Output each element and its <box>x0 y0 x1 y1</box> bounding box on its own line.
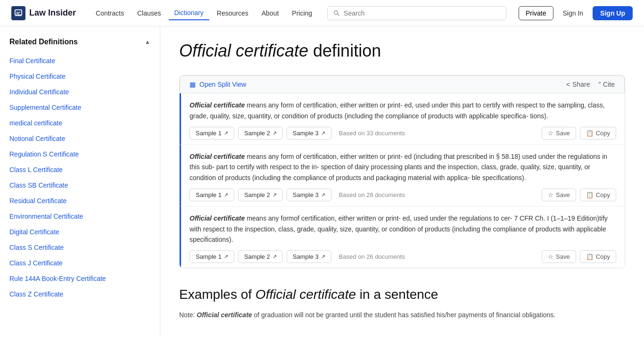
logo-icon <box>11 6 25 20</box>
definition-block-2: Official certificate means any form of c… <box>180 144 625 206</box>
sidebar-link-15[interactable]: Class Z Certificate <box>9 287 150 302</box>
definition-block-3: Official certificate means any formof ce… <box>180 206 625 268</box>
copy-btn-3[interactable]: 📋 Copy <box>580 250 616 263</box>
sidebar-link-2[interactable]: Individual Certificate <box>9 85 150 99</box>
nav-pricing[interactable]: Pricing <box>286 7 318 20</box>
def-actions-1: Sample 1 ↗ Sample 2 ↗ Sample 3 ↗ Based o… <box>190 127 616 140</box>
sidebar-link-12[interactable]: Class S Certificate <box>9 240 150 255</box>
sample2-label-3: Sample 2 <box>244 253 270 260</box>
chevron-up-icon[interactable]: ▲ <box>145 39 150 45</box>
search-icon <box>333 10 340 16</box>
definition-text-2: Official certificate means any form of c… <box>190 151 616 183</box>
save-label-3: Save <box>556 253 570 260</box>
sidebar-link-9[interactable]: Residual Certificate <box>9 194 150 208</box>
sample3-label-1: Sample 3 <box>293 130 319 137</box>
sidebar-link-11[interactable]: Digital Certificate <box>9 225 150 239</box>
sidebar-title: Related Definitions ▲ <box>9 38 150 46</box>
copy-icon-1: 📋 <box>586 130 594 137</box>
split-view-bar: ▦ Open Split View < Share ” Cite <box>180 75 625 93</box>
sample3-btn-3[interactable]: Sample 3 ↗ <box>287 250 331 263</box>
sample1-btn-3[interactable]: Sample 1 ↗ <box>190 250 234 263</box>
sidebar-link-3[interactable]: Supplemental Certificate <box>9 100 150 115</box>
page-title-term: Official certificate <box>179 41 308 60</box>
sidebar-link-10[interactable]: Environmental Certificate <box>9 209 150 224</box>
definition-text-3: Official certificate means any formof ce… <box>190 213 616 245</box>
open-split-view-button[interactable]: ▦ Open Split View <box>190 81 246 88</box>
logo-text: Law Insider <box>29 8 76 18</box>
sample2-label-2: Sample 2 <box>244 191 270 198</box>
share-button[interactable]: < Share <box>566 81 590 88</box>
copy-label-2: Copy <box>596 191 610 198</box>
main-nav: Contracts Clauses Dictionary Resources A… <box>90 6 318 20</box>
header: Law Insider Contracts Clauses Dictionary… <box>0 0 644 26</box>
sidebar-link-8[interactable]: Class SB Certificate <box>9 178 150 193</box>
sample2-btn-2[interactable]: Sample 2 ↗ <box>238 189 283 201</box>
sidebar-link-14[interactable]: Rule 144A Book-Entry Certificate <box>9 272 150 286</box>
sample1-label-1: Sample 1 <box>196 130 222 137</box>
external-link-icon-1a: ↗ <box>224 130 228 136</box>
nav-resources[interactable]: Resources <box>211 7 254 20</box>
def-content-3: means any formof certification, either w… <box>190 214 608 243</box>
save-btn-3[interactable]: ☆ Save <box>542 250 576 263</box>
external-link-icon-1b: ↗ <box>272 130 277 136</box>
cite-icon: ” <box>598 81 601 88</box>
sidebar-link-6[interactable]: Regulation S Certificate <box>9 147 150 162</box>
note-text-content: of graduation will not be granted until … <box>252 311 556 319</box>
svg-line-5 <box>338 14 339 16</box>
sample2-label-1: Sample 2 <box>244 130 270 137</box>
sidebar-link-7[interactable]: Class L Certificate <box>9 163 150 177</box>
nav-clauses[interactable]: Clauses <box>132 7 167 20</box>
logo[interactable]: Law Insider <box>11 6 76 20</box>
star-icon-3: ☆ <box>548 253 553 260</box>
nav-dictionary[interactable]: Dictionary <box>169 6 209 20</box>
external-link-icon-1c: ↗ <box>321 130 325 136</box>
share-label: Share <box>572 81 590 88</box>
definition-block-1: Official certificate means any form of c… <box>180 93 625 144</box>
sample2-btn-3[interactable]: Sample 2 ↗ <box>238 250 283 263</box>
copy-icon-2: 📋 <box>586 191 594 198</box>
search-bar[interactable] <box>327 6 506 20</box>
sample1-label-2: Sample 1 <box>196 191 222 198</box>
header-actions: Private Sign In Sign Up <box>519 6 633 20</box>
copy-icon-3: 📋 <box>586 253 594 260</box>
sample1-btn-2[interactable]: Sample 1 ↗ <box>190 189 234 201</box>
split-view-label: Open Split View <box>199 81 246 88</box>
sample3-btn-1[interactable]: Sample 3 ↗ <box>287 127 331 140</box>
split-view-icon: ▦ <box>190 81 196 88</box>
sidebar-link-5[interactable]: Notional Certificate <box>9 132 150 146</box>
save-btn-1[interactable]: ☆ Save <box>542 127 576 140</box>
signup-button[interactable]: Sign Up <box>593 6 633 20</box>
note-label: Note: <box>179 311 197 319</box>
sidebar-link-1[interactable]: Physical Certificate <box>9 69 150 84</box>
cite-button[interactable]: ” Cite <box>598 81 615 88</box>
page-title: Official certificate definition <box>179 41 625 61</box>
copy-btn-2[interactable]: 📋 Copy <box>580 189 616 201</box>
private-button[interactable]: Private <box>519 6 553 20</box>
nav-contracts[interactable]: Contracts <box>90 7 130 20</box>
signin-button[interactable]: Sign In <box>558 7 588 20</box>
sidebar-link-0[interactable]: Final Certificate <box>9 54 150 68</box>
external-link-icon-2c: ↗ <box>321 192 325 198</box>
sidebar-link-13[interactable]: Class J Certificate <box>9 256 150 271</box>
def-term-1: Official certificate <box>190 101 245 109</box>
sample3-btn-2[interactable]: Sample 3 ↗ <box>287 189 331 201</box>
sample3-label-2: Sample 3 <box>293 191 319 198</box>
save-label-1: Save <box>556 130 570 137</box>
content: Official certificate definition ▦ Open S… <box>160 26 644 335</box>
def-term-3: Official certificate <box>190 214 245 222</box>
sample1-label-3: Sample 1 <box>196 253 222 260</box>
sidebar-title-text: Related Definitions <box>9 38 78 46</box>
save-btn-2[interactable]: ☆ Save <box>542 189 576 201</box>
sidebar-link-4[interactable]: medical certificate <box>9 116 150 131</box>
external-link-icon-2b: ↗ <box>272 192 277 198</box>
copy-btn-1[interactable]: 📋 Copy <box>580 127 616 140</box>
external-link-icon-3a: ↗ <box>224 254 228 260</box>
examples-prefix: Examples of <box>179 287 252 302</box>
star-icon-1: ☆ <box>548 130 553 137</box>
nav-about[interactable]: About <box>256 7 285 20</box>
search-input[interactable] <box>344 9 500 17</box>
sample1-btn-1[interactable]: Sample 1 ↗ <box>190 127 234 140</box>
sample2-btn-1[interactable]: Sample 2 ↗ <box>238 127 283 140</box>
copy-label-3: Copy <box>596 253 610 260</box>
definitions-card: ▦ Open Split View < Share ” Cite <box>179 75 625 268</box>
